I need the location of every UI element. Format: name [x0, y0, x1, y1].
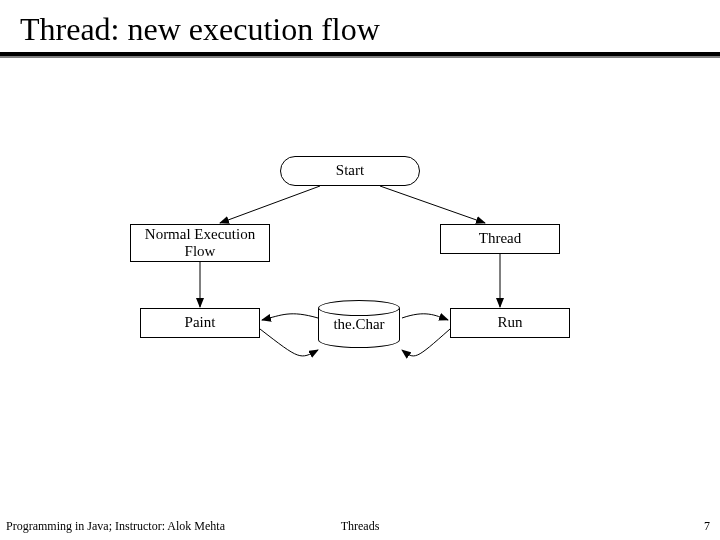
node-thechar-label: the.Char: [318, 316, 400, 333]
node-start: Start: [280, 156, 420, 186]
cylinder-top-ellipse: [318, 300, 400, 316]
footer-topic: Threads: [0, 519, 720, 534]
svg-line-0: [220, 186, 320, 223]
node-thechar: the.Char: [318, 300, 400, 348]
node-thread: Thread: [440, 224, 560, 254]
footer-page-number: 7: [704, 519, 710, 534]
arrows-layer: [0, 60, 720, 500]
title-underline: [0, 52, 720, 56]
slide-title: Thread: new execution flow: [0, 0, 720, 52]
node-run: Run: [450, 308, 570, 338]
diagram-canvas: Start Normal Execution Flow Thread Paint…: [0, 60, 720, 500]
node-paint: Paint: [140, 308, 260, 338]
svg-line-1: [380, 186, 485, 223]
node-normal-flow: Normal Execution Flow: [130, 224, 270, 262]
